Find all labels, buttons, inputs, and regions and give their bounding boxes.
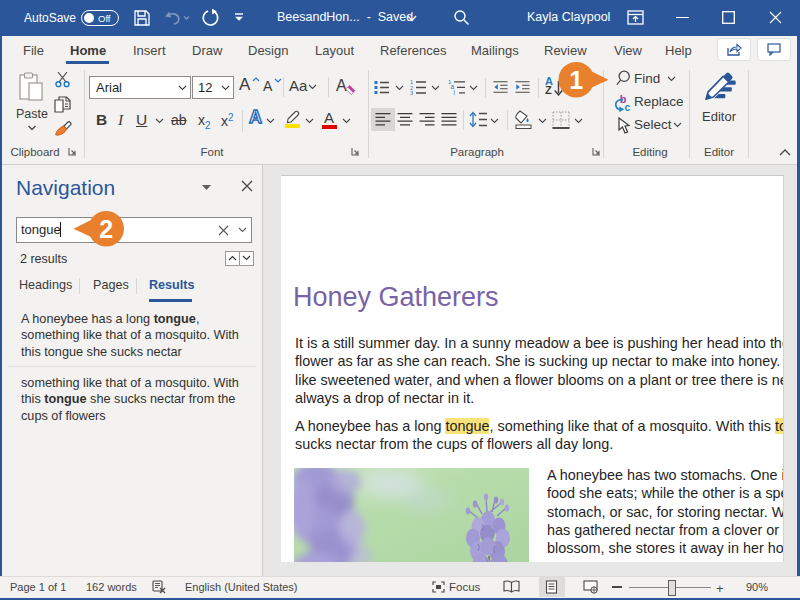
svg-text:2: 2 — [99, 215, 113, 243]
svg-text:1: 1 — [569, 66, 583, 94]
svg-text:i: i — [454, 89, 455, 95]
svg-text:c: c — [625, 102, 631, 113]
svg-text:3: 3 — [410, 90, 413, 95]
